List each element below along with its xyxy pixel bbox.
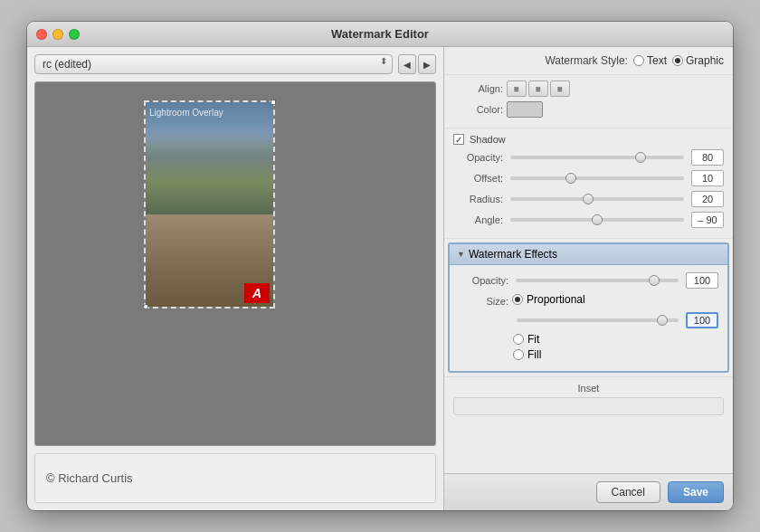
shadow-radius-row: Radius: 20 xyxy=(453,191,724,207)
graphic-radio[interactable] xyxy=(672,55,683,66)
preset-row: rc (edited) ◀ ▶ xyxy=(34,54,436,74)
fit-radio[interactable] xyxy=(513,334,524,345)
proportional-value[interactable]: 100 xyxy=(686,312,718,328)
graphic-radio-label: Graphic xyxy=(686,54,724,67)
proportional-radio[interactable] xyxy=(512,294,523,305)
shadow-radius-thumb[interactable] xyxy=(583,194,594,204)
handle-bottom-left[interactable] xyxy=(143,304,148,309)
watermark-effects-title: Watermark Effects xyxy=(469,248,557,261)
save-button[interactable]: Save xyxy=(668,481,724,503)
fit-fill-group: Fit Fill xyxy=(459,333,718,361)
proportional-label: Proportional xyxy=(527,293,585,306)
copyright-footer: © Richard Curtis xyxy=(34,453,436,503)
watermark-effects-header: ▼ Watermark Effects xyxy=(450,244,727,265)
text-radio-label: Text xyxy=(647,54,667,67)
fit-option[interactable]: Fit xyxy=(513,333,718,346)
align-left-button[interactable]: ≡ xyxy=(507,81,527,97)
text-radio[interactable] xyxy=(633,55,644,66)
shadow-radius-label: Radius: xyxy=(453,194,503,204)
photo-inner: A Lightroom Overlay xyxy=(146,102,273,307)
shadow-radius-slider[interactable] xyxy=(510,197,684,201)
fill-option[interactable]: Fill xyxy=(513,348,718,361)
adobe-logo: A xyxy=(244,283,270,303)
text-option[interactable]: Text xyxy=(633,54,667,67)
bottom-buttons: Cancel Save xyxy=(444,473,733,510)
traffic-lights xyxy=(36,29,80,40)
align-label: Align: xyxy=(453,83,503,94)
effects-opacity-row: Opacity: 100 xyxy=(459,272,718,289)
shadow-opacity-label: Opacity: xyxy=(453,152,503,163)
shadow-radius-value[interactable]: 20 xyxy=(691,191,724,207)
color-swatch[interactable] xyxy=(507,101,543,118)
size-row: Size: Proportional xyxy=(459,293,718,309)
inset-section: Inset xyxy=(444,376,733,421)
maximize-button[interactable] xyxy=(69,29,80,40)
shadow-label: Shadow xyxy=(470,134,506,145)
shadow-angle-slider[interactable] xyxy=(510,218,684,222)
shadow-checkbox-row: ✓ Shadow xyxy=(453,134,724,145)
effects-opacity-value[interactable]: 100 xyxy=(686,272,718,289)
style-row: Watermark Style: Text Graphic xyxy=(444,47,733,75)
align-buttons: ≡ ≡ ≡ xyxy=(507,81,570,97)
shadow-angle-thumb[interactable] xyxy=(592,214,603,225)
align-row: Align: ≡ ≡ ≡ xyxy=(453,81,724,97)
handle-top-right[interactable] xyxy=(271,100,276,105)
shadow-angle-value[interactable]: – 90 xyxy=(691,212,724,228)
window-title: Watermark Editor xyxy=(331,27,429,41)
preset-select-wrapper: rc (edited) xyxy=(34,54,393,74)
next-button[interactable]: ▶ xyxy=(418,54,436,74)
proportional-thumb[interactable] xyxy=(657,315,668,326)
inset-label: Inset xyxy=(453,383,724,394)
style-label: Watermark Style: xyxy=(545,54,628,67)
photo-buildings xyxy=(146,147,273,215)
shadow-offset-label: Offset: xyxy=(453,173,503,184)
checkmark: ✓ xyxy=(455,135,462,145)
copyright-text: © Richard Curtis xyxy=(46,471,133,485)
shadow-offset-value[interactable]: 10 xyxy=(691,170,724,186)
title-bar: Watermark Editor xyxy=(27,22,733,47)
shadow-section: ✓ Shadow Opacity: 80 Offset: xyxy=(444,128,733,239)
minimize-button[interactable] xyxy=(52,29,63,40)
effects-opacity-thumb[interactable] xyxy=(649,275,660,286)
prev-button[interactable]: ◀ xyxy=(398,54,416,74)
graphic-option[interactable]: Graphic xyxy=(672,54,724,67)
fill-radio[interactable] xyxy=(513,349,524,360)
watermark-effects-section: ▼ Watermark Effects Opacity: 100 Size: xyxy=(448,242,729,373)
align-center-button[interactable]: ≡ xyxy=(528,81,548,97)
align-section: Align: ≡ ≡ ≡ Color: xyxy=(444,75,733,128)
watermark-effects-content: Opacity: 100 Size: Proportional xyxy=(450,265,727,371)
proportional-slider-row: 100 xyxy=(459,312,718,328)
shadow-offset-thumb[interactable] xyxy=(565,173,576,184)
fill-label: Fill xyxy=(527,348,541,361)
shadow-offset-slider[interactable] xyxy=(510,176,684,180)
style-radio-group: Text Graphic xyxy=(633,54,724,67)
align-right-button[interactable]: ≡ xyxy=(550,81,570,97)
photo-city xyxy=(146,102,273,214)
shadow-opacity-thumb[interactable] xyxy=(635,152,646,163)
main-content: rc (edited) ◀ ▶ xyxy=(27,47,733,510)
left-panel: rc (edited) ◀ ▶ xyxy=(27,47,443,510)
shadow-offset-row: Offset: 10 xyxy=(453,170,724,186)
proportional-option[interactable]: Proportional xyxy=(512,293,585,306)
nav-arrows: ◀ ▶ xyxy=(398,54,436,74)
shadow-checkbox[interactable]: ✓ xyxy=(453,134,464,145)
photo-container: A Lightroom Overlay xyxy=(144,100,275,309)
right-panel: Watermark Style: Text Graphic Align: xyxy=(443,47,733,510)
inset-control[interactable] xyxy=(453,397,724,415)
effects-opacity-label: Opacity: xyxy=(459,275,508,286)
shadow-opacity-slider[interactable] xyxy=(510,156,684,159)
shadow-angle-label: Angle: xyxy=(453,214,503,225)
cancel-button[interactable]: Cancel xyxy=(596,481,660,503)
effects-opacity-slider[interactable] xyxy=(516,279,679,282)
proportional-slider[interactable] xyxy=(517,318,679,322)
shadow-opacity-value[interactable]: 80 xyxy=(691,149,724,166)
color-label: Color: xyxy=(453,104,503,115)
preset-select[interactable]: rc (edited) xyxy=(34,54,393,74)
fit-label: Fit xyxy=(527,333,539,346)
overlay-text: Lightroom Overlay xyxy=(149,108,223,118)
color-row: Color: xyxy=(453,101,724,118)
preview-area: A Lightroom Overlay xyxy=(34,81,436,446)
adobe-logo-letter: A xyxy=(252,286,261,300)
collapse-icon[interactable]: ▼ xyxy=(457,250,465,259)
close-button[interactable] xyxy=(36,29,47,40)
